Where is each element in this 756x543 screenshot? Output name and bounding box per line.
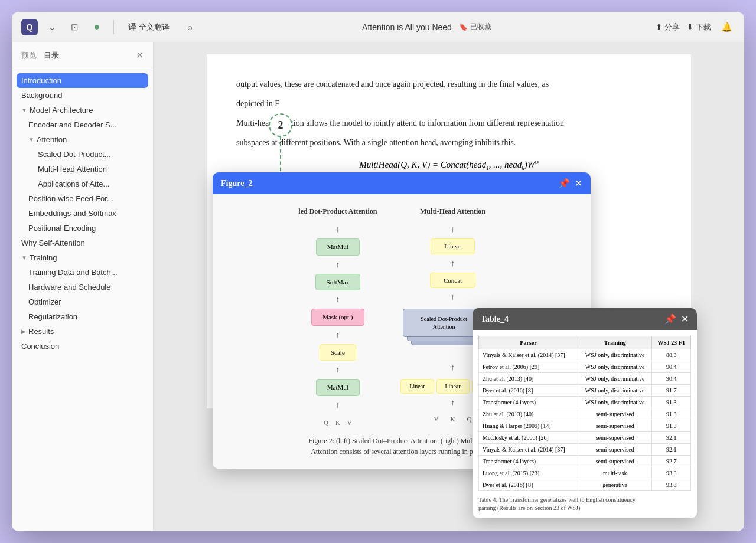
sdp-diagram: ↑ MatMul ↑ SoftMax ↑ Mask (opt.) ↑ Scale… [311, 223, 364, 427]
optimizer-label: Optimizer [28, 297, 61, 306]
sidebar-close-button[interactable]: ✕ [136, 50, 144, 61]
sidebar-item-positional[interactable]: Positional Encoding [12, 221, 153, 235]
sidebar-item-introduction[interactable]: Introduction [17, 73, 148, 88]
bookmark-icon: 🔖 [459, 23, 468, 31]
tab-preview[interactable]: 预览 [21, 50, 37, 61]
col-parser: Parser [479, 336, 578, 349]
table-cell-wsj: 93.3 [652, 479, 691, 491]
table-row: Vinyals & Kaiser et al. (2014) [37]semi-… [479, 444, 691, 456]
sidebar-item-conclusion[interactable]: Conclusion [12, 339, 153, 354]
mha-concat-box: Concat [430, 273, 475, 289]
table-popup-close-button[interactable]: ✕ [681, 313, 689, 325]
encoder-decoder-label: Encoder and Decoder S... [28, 120, 117, 129]
sidebar-item-positionwise[interactable]: Position-wise Feed-For... [12, 191, 153, 206]
table-cell-parser: Zhu et al. (2013) [40] [479, 408, 578, 420]
search-icon[interactable]: ⌕ [181, 19, 198, 35]
sidebar-item-encoder-decoder[interactable]: Encoder and Decoder S... [12, 117, 153, 132]
table-row: Petrov et al. (2006) [29]WSJ only, discr… [479, 361, 691, 373]
sidebar-item-attention[interactable]: ▼ Attention [12, 132, 153, 147]
sidebar-item-results[interactable]: ▶ Results [12, 324, 153, 339]
expand-icon-4: ▶ [21, 328, 26, 335]
model-architecture-label: Model Architecture [30, 106, 93, 115]
table-cell-training: WSJ only, discriminative [578, 349, 652, 361]
sidebar-item-multi-head[interactable]: Multi-Head Attention [12, 162, 153, 176]
pdf-text-3: Multi-head attention allows the model to… [236, 117, 662, 129]
window-icon[interactable]: ⊡ [66, 19, 83, 35]
figure-popup-title: Figure_2 [221, 177, 252, 189]
sidebar-item-optimizer[interactable]: Optimizer [12, 295, 153, 309]
share-button[interactable]: ⬆ 分享 [656, 22, 680, 32]
mha-v-label: V [434, 414, 439, 424]
figure-popup-header: Figure_2 📌 ✕ [213, 172, 591, 194]
sidebar-item-applications[interactable]: Applications of Atte... [12, 176, 153, 191]
bookmark-label: 已收藏 [470, 22, 491, 32]
sdp-q-label: Q [324, 418, 328, 428]
table-row: Dyer et al. (2016) [8]generative93.3 [479, 479, 691, 491]
download-button[interactable]: ⬇ 下载 [687, 22, 711, 32]
mha-arrow-2: ↑ [451, 257, 455, 270]
mha-linear-k: Linear [436, 379, 470, 394]
mha-arrow-5: ↑ [451, 397, 455, 409]
sidebar-item-model-architecture[interactable]: ▼ Model Architecture [12, 103, 153, 117]
table-row: Huang & Harper (2009) [14]semi-supervise… [479, 420, 691, 432]
table-cell-parser: Huang & Harper (2009) [14] [479, 420, 578, 432]
table-cell-training: semi-supervised [578, 444, 652, 456]
sidebar-item-hardware[interactable]: Hardware and Schedule [12, 280, 153, 295]
positionwise-label: Position-wise Feed-For... [28, 194, 113, 203]
arrow-up-5: ↑ [335, 364, 340, 376]
table-row: Dyer et al. (2016) [8]WSJ only, discrimi… [479, 385, 691, 397]
doc-title: Attention is All you Need [362, 22, 452, 32]
background-label: Background [21, 91, 62, 100]
sidebar-item-why-self[interactable]: Why Self-Attention [12, 235, 153, 250]
bell-icon[interactable]: 🔔 [718, 19, 735, 35]
why-self-label: Why Self-Attention [21, 238, 85, 247]
table-popup: Table_4 📌 ✕ Parser Training [472, 308, 697, 518]
tab-toc[interactable]: 目录 [44, 50, 59, 61]
arrow-up-2: ↑ [335, 259, 340, 271]
training-data-label: Training Data and Batch... [28, 268, 118, 277]
sidebar-item-scaled-dot[interactable]: Scaled Dot-Product... [12, 147, 153, 162]
avatar-icon[interactable]: ● [89, 19, 105, 35]
sdp-diagram-container: led Dot-Product Attention ↑ MatMul ↑ Sof… [298, 206, 377, 427]
table-cell-wsj: 92.1 [652, 432, 691, 444]
translate-icon: 译 [128, 22, 136, 32]
positional-label: Positional Encoding [28, 224, 96, 233]
translate-button[interactable]: 译 全文翻译 [122, 19, 175, 35]
toolbar-center: Attention is All you Need 🔖 已收藏 [203, 22, 651, 32]
divider [113, 20, 114, 34]
table-cell-training: WSJ only, discriminative [578, 385, 652, 397]
mha-q-label: Q [467, 414, 472, 424]
mha-title: Multi-Head Attention [420, 206, 485, 217]
figure-popup-pin-button[interactable]: 📌 [558, 178, 570, 189]
figure-popup-close-button[interactable]: ✕ [575, 178, 582, 189]
sidebar-item-embeddings[interactable]: Embeddings and Softmax [12, 206, 153, 221]
introduction-label: Introduction [21, 76, 61, 85]
table-cell-training: semi-supervised [578, 432, 652, 444]
sdp-matmul-box: MatMul [316, 238, 360, 256]
col-wsj: WSJ 23 F1 [652, 336, 691, 349]
app-window: Q ⌄ ⊡ ● 译 全文翻译 ⌕ Attention is All you Ne… [12, 12, 744, 531]
col-training: Training [578, 336, 652, 349]
mha-linear-top: Linear [431, 238, 475, 254]
sdp-mask-box: Mask (opt.) [311, 309, 364, 326]
table-caption: Table 4: The Transformer generalizes wel… [478, 496, 691, 512]
mha-vkq-labels: V K Q [434, 414, 472, 424]
app-logo[interactable]: Q [21, 19, 38, 35]
figure-popup-controls: 📌 ✕ [558, 178, 582, 189]
sidebar-item-training[interactable]: ▼ Training [12, 250, 153, 265]
table-row: Transformer (4 layers)WSJ only, discrimi… [479, 397, 691, 408]
table-cell-parser: Dyer et al. (2016) [8] [479, 385, 578, 397]
table-popup-pin-button[interactable]: 📌 [664, 313, 676, 325]
pdf-page: 2 ▼ output values, these are concatenate… [207, 54, 691, 408]
table-cell-parser: Dyer et al. (2016) [8] [479, 479, 578, 491]
sidebar-item-regularization[interactable]: Regularization [12, 309, 153, 324]
table-cell-wsj: 88.3 [652, 349, 691, 361]
sidebar-item-training-data[interactable]: Training Data and Batch... [12, 265, 153, 280]
bookmark-button[interactable]: 🔖 已收藏 [459, 22, 491, 32]
sidebar-item-background[interactable]: Background [12, 88, 153, 103]
table-row: Vinyals & Kaiser et al. (2014) [37]WSJ o… [479, 349, 691, 361]
table-row: Transformer (4 layers)semi-supervised92.… [479, 456, 691, 467]
table-cell-parser: Petrov et al. (2006) [29] [479, 361, 578, 373]
conclusion-label: Conclusion [21, 342, 59, 351]
chevron-down-icon[interactable]: ⌄ [44, 19, 60, 35]
